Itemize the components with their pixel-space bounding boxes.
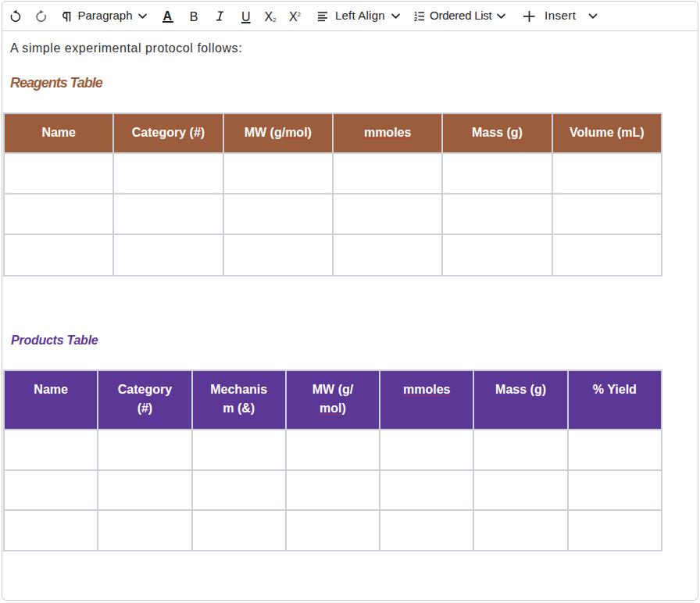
svg-text:2: 2 (414, 16, 417, 23)
